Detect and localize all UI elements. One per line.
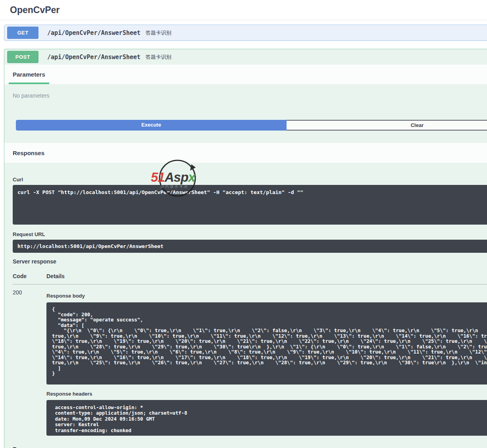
get-endpoint-path: /api/OpenCvPer/AnswerSheet: [47, 29, 141, 37]
get-method-badge: GET: [7, 27, 38, 39]
response-details-cell: Response body { "code": 200, "message": …: [46, 289, 487, 440]
request-url-box: http://localhost:5001/api/OpenCvPer/Answ…: [13, 240, 487, 253]
response-headers-label: Response headers: [46, 391, 487, 397]
post-endpoint-description: 答题卡识别: [146, 54, 171, 61]
server-response-table-header: Code Details: [13, 273, 487, 285]
responses-body: Curl curl -X POST "http://localhost:5001…: [4, 163, 487, 448]
parameters-header: Parameters: [4, 65, 487, 85]
server-response-row: 200 Response body { "code": 200, "messag…: [13, 289, 487, 440]
code-column-header: Code: [13, 273, 46, 279]
response-body-label: Response body: [46, 293, 487, 299]
parameters-tab: Parameters: [9, 65, 49, 84]
response-body-box: { "code": 200, "message": "operate succe…: [46, 302, 487, 385]
clear-button[interactable]: Clear: [287, 120, 487, 131]
page-title: OpenCvPer: [10, 5, 487, 15]
status-code: 200: [13, 289, 46, 440]
request-url-label: Request URL: [13, 231, 487, 237]
get-endpoint-row[interactable]: GET /api/OpenCvPer/AnswerSheet 答题卡识别: [4, 25, 487, 40]
post-method-badge: POST: [7, 51, 38, 63]
responses-doc-title: Responses: [13, 446, 487, 448]
curl-command-box: curl -X POST "http://localhost:5001/api/…: [13, 185, 487, 225]
parameters-body: No parameters Execute Clear: [4, 85, 487, 143]
page-header: OpenCvPer: [0, 0, 487, 20]
responses-header: Responses: [4, 143, 487, 163]
post-endpoint-row[interactable]: POST /api/OpenCvPer/AnswerSheet 答题卡识别: [4, 49, 487, 65]
post-endpoint-path: /api/OpenCvPer/AnswerSheet: [47, 54, 141, 61]
response-headers-box: access-control-allow-origin: * content-t…: [46, 400, 487, 436]
get-endpoint-description: 答题卡识别: [146, 29, 171, 37]
get-opblock: GET /api/OpenCvPer/AnswerSheet 答题卡识别: [4, 25, 487, 41]
details-column-header: Details: [46, 273, 65, 279]
no-parameters-text: No parameters: [13, 92, 487, 99]
execute-button[interactable]: Execute: [16, 120, 287, 131]
execute-row: Execute Clear: [16, 120, 487, 131]
server-response-label: Server response: [13, 258, 487, 265]
curl-label: Curl: [13, 177, 487, 183]
post-opblock: POST /api/OpenCvPer/AnswerSheet 答题卡识别 Pa…: [4, 49, 487, 448]
